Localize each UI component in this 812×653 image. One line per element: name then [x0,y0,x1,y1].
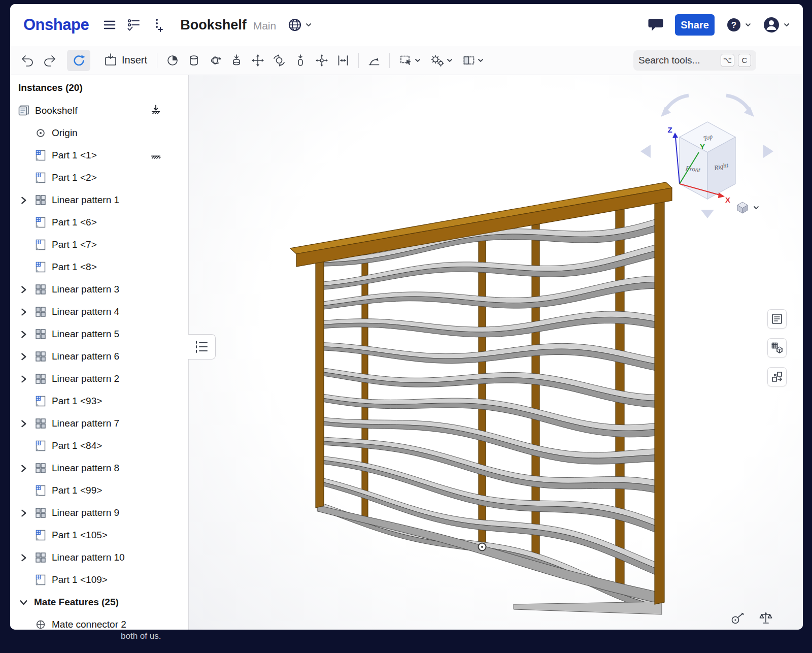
view-orientation-dropdown[interactable] [736,201,759,214]
ball-mate-icon[interactable] [268,50,290,71]
chevron-right-icon[interactable] [17,330,29,339]
user-avatar[interactable] [762,16,790,34]
chevron-right-icon[interactable] [17,509,29,517]
fastened-mate-icon[interactable] [162,50,183,71]
help-button[interactable]: ? [726,17,751,33]
chevron-right-icon[interactable] [17,352,29,361]
tree-item[interactable]: Part 1 <7> [10,234,188,256]
search-tools-input[interactable]: Search tools... ⌥ C [633,50,756,71]
parallel-mate-icon[interactable] [332,50,354,71]
chevron-right-icon[interactable] [17,196,29,205]
snap-mode-icon[interactable] [363,50,385,71]
tree-item[interactable]: Part 1 <2> [10,167,188,189]
tree-item-label: Part 1 <105> [52,530,108,541]
chevron-right-icon[interactable] [17,553,29,562]
tree-item-label: Part 1 <84> [52,440,102,451]
app-header: Onshape Bookshelf Main Share ? [10,4,803,46]
tree-item[interactable]: Part 1 <8> [10,256,188,278]
mate-connector-add-icon[interactable] [152,17,164,32]
comment-icon[interactable] [648,17,664,32]
y-axis-label: Y [700,142,705,151]
part-icon [34,171,47,184]
document-title-group: Bookshelf Main [180,17,276,33]
share-button[interactable]: Share [675,14,715,36]
mass-properties-button[interactable] [757,609,774,627]
toolbar-separator [358,53,359,68]
revolute-mate-icon[interactable] [183,50,205,71]
part-icon [34,573,47,586]
tree-item[interactable]: Linear pattern 5 [10,323,188,345]
chevron-right-icon[interactable] [17,285,29,294]
tree-item[interactable]: Mate connector 2 [10,613,188,630]
mate-connector-marker[interactable] [479,543,486,551]
measure-tool-button[interactable] [729,609,746,627]
pattern-icon [34,462,47,475]
comments-panel-button[interactable] [767,309,787,329]
undo-button[interactable] [17,50,39,71]
sync-update-button[interactable] [67,50,90,71]
chevron-right-icon[interactable] [17,375,29,383]
tree-item-label: Part 1 <99> [52,485,102,496]
tree-item[interactable]: Linear pattern 9 [10,502,188,524]
chevron-down-icon [447,58,453,62]
planar-mate-icon[interactable] [247,50,268,71]
view-cube[interactable]: Top Front Right [680,122,735,199]
part-icon [34,439,47,452]
exploded-view-panel-button[interactable] [767,367,787,386]
workspace-name[interactable]: Main [253,20,277,32]
tree-item[interactable]: Linear pattern 7 [10,412,188,435]
tree-item[interactable]: Mate Features (25) [10,591,188,613]
chevron-right-icon[interactable] [17,464,29,473]
section-view-tool[interactable] [457,50,489,71]
mate-connector-tool-icon[interactable] [311,50,332,71]
settings-gears-tool[interactable] [426,50,457,71]
slider-mate-icon[interactable] [226,50,247,71]
instances-tree: BookshelfOriginPart 1 <1>Part 1 <2>Linea… [10,100,188,630]
tree-item[interactable]: Part 1 <99> [10,479,188,502]
tree-item[interactable]: Origin [10,122,188,144]
part-icon [34,149,47,162]
part-icon [34,395,47,408]
tree-item[interactable]: Linear pattern 4 [10,301,188,323]
tree-item[interactable]: Bookshelf [10,100,188,122]
collapse-instances-panel-button[interactable] [188,334,216,360]
tree-item[interactable]: Part 1 <6> [10,211,188,234]
document-title: Bookshelf [180,17,247,33]
tree-item[interactable]: Part 1 <84> [10,435,188,457]
chevron-right-icon[interactable] [17,419,29,428]
chevron-right-icon[interactable] [17,308,29,316]
pattern-icon [34,193,47,207]
tree-item[interactable]: Linear pattern 1 [10,189,188,211]
tree-item[interactable]: Linear pattern 8 [10,457,188,479]
onshape-logo[interactable]: Onshape [23,16,89,34]
parts-list-panel-button[interactable] [767,338,787,357]
question-mark-glyph: ? [731,20,736,30]
tree-item-label: Origin [52,127,78,139]
tree-item[interactable]: Linear pattern 6 [10,345,188,368]
instances-header: Instances (20) [10,75,188,100]
origin-icon [34,126,47,140]
share-visibility-globe-icon[interactable] [287,17,312,32]
tree-item-label: Part 1 <7> [52,239,97,250]
hamburger-menu-icon[interactable] [103,18,116,31]
tree-item[interactable]: Linear pattern 10 [10,546,188,569]
chevron-down-icon [415,58,421,62]
toolbar-separator [157,53,157,68]
insert-button[interactable]: Insert [98,50,152,71]
tree-item[interactable]: Part 1 <105> [10,524,188,546]
redo-button[interactable] [39,50,60,71]
tree-item[interactable]: Linear pattern 2 [10,368,188,390]
feature-list-icon[interactable] [126,18,142,32]
chevron-down-icon[interactable] [17,598,29,607]
assembly-viewport[interactable]: Top Front Right Z Y X [189,75,803,630]
pin-slot-mate-icon[interactable] [290,50,311,71]
marquee-select-tool[interactable] [394,50,426,71]
tree-item[interactable]: Linear pattern 3 [10,278,188,301]
tree-item[interactable]: Part 1 <109> [10,569,188,591]
z-axis-label: Z [667,125,672,134]
assembly-scene: Top Front Right Z Y X [189,75,803,630]
tree-item[interactable]: Part 1 <93> [10,390,188,412]
tree-item[interactable]: Part 1 <1> [10,144,188,167]
cylindrical-mate-icon[interactable] [205,50,226,71]
screenshot-root: { "header": { "logo": "Onshape", "docume… [0,0,812,653]
